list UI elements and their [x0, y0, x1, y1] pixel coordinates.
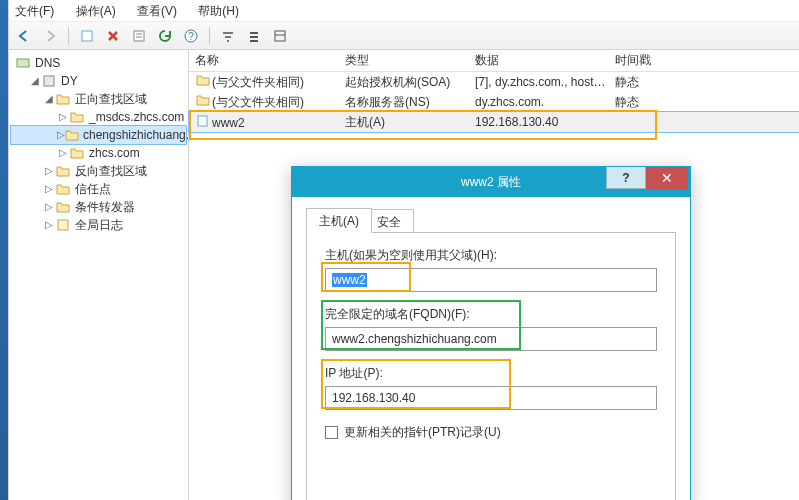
properties-icon[interactable] — [128, 25, 150, 47]
host-input[interactable]: www2 — [325, 268, 657, 292]
help-button[interactable]: ? — [606, 167, 646, 189]
separator — [68, 27, 69, 45]
close-button[interactable]: ✕ — [646, 167, 688, 189]
dns-icon — [15, 56, 31, 70]
host-group: 主机(如果为空则使用其父域)(H): www2 — [325, 247, 657, 292]
menu-file[interactable]: 文件(F) — [15, 4, 54, 18]
log-icon — [55, 218, 71, 232]
tabstrip: 主机(A) 安全 — [306, 207, 676, 233]
help-icon[interactable]: ? — [180, 25, 202, 47]
zone-icon — [65, 128, 79, 142]
tree-conditional-forwarders[interactable]: ▷ 条件转发器 — [11, 198, 186, 216]
dialog-title-text: www2 属性 — [461, 174, 521, 191]
dialog-titlebar[interactable]: www2 属性 ? ✕ — [292, 167, 690, 197]
expand-icon[interactable]: ▷ — [57, 108, 69, 126]
svg-rect-16 — [58, 220, 68, 230]
tree-label: 正向查找区域 — [75, 90, 147, 108]
tree-label: 条件转发器 — [75, 198, 135, 216]
properties-dialog: www2 属性 ? ✕ 主机(A) 安全 主机(如果为空则使用其父域)(H): … — [291, 166, 691, 500]
server-icon — [41, 74, 57, 88]
col-ttl[interactable]: 时间戳 — [609, 52, 799, 69]
ip-group: IP 地址(P): 192.168.130.40 — [325, 365, 657, 410]
record-icon — [195, 73, 211, 87]
tree-label: _msdcs.zhcs.com — [89, 108, 184, 126]
col-type[interactable]: 类型 — [339, 52, 469, 69]
refresh-icon[interactable] — [154, 25, 176, 47]
host-value: www2 — [332, 273, 367, 287]
ip-label: IP 地址(P): — [325, 365, 657, 382]
svg-rect-1 — [134, 31, 144, 41]
svg-rect-14 — [17, 59, 29, 67]
tree-zone-chengshi[interactable]: ▷ chengshizhichuang. — [11, 126, 186, 144]
fqdn-group: 完全限定的域名(FQDN)(F): www2.chengshizhichuang… — [325, 306, 657, 351]
cell-name: (与父文件夹相同) — [189, 93, 339, 111]
tree-label: DY — [61, 72, 78, 90]
svg-rect-6 — [223, 32, 233, 34]
fqdn-input[interactable]: www2.chengshizhichuang.com — [325, 327, 657, 351]
collapse-icon[interactable]: ◢ — [43, 90, 55, 108]
zone-icon — [69, 146, 85, 160]
menu-action[interactable]: 操作(A) — [76, 4, 116, 18]
folder-icon — [55, 200, 71, 214]
expand-icon[interactable]: ▷ — [43, 162, 55, 180]
cell-type: 起始授权机构(SOA) — [339, 74, 469, 91]
cell-ttl: 静态 — [609, 74, 799, 91]
list-icon[interactable] — [243, 25, 265, 47]
svg-rect-7 — [225, 36, 231, 38]
expand-icon[interactable]: ▷ — [57, 144, 69, 162]
dns-manager-window: 文件(F) 操作(A) 查看(V) 帮助(H) ? DNS ◢ DY — [8, 0, 799, 500]
cell-data: [7], dy.zhcs.com., hostm... — [469, 75, 609, 89]
ptr-checkbox-row[interactable]: 更新相关的指针(PTR)记录(U) — [325, 424, 657, 441]
tree-zone-zhcs[interactable]: ▷ zhcs.com — [11, 144, 186, 162]
ip-input[interactable]: 192.168.130.40 — [325, 386, 657, 410]
tree-forward-zones[interactable]: ◢ 正向查找区域 — [11, 90, 186, 108]
svg-rect-12 — [275, 31, 285, 41]
tree-server[interactable]: ◢ DY — [11, 72, 186, 90]
col-name[interactable]: 名称 — [189, 52, 339, 69]
filter-icon[interactable] — [217, 25, 239, 47]
tree-global-logs[interactable]: ▷ 全局日志 — [11, 216, 186, 234]
table-row[interactable]: www2主机(A)192.168.130.40 — [189, 112, 799, 132]
details-icon[interactable] — [269, 25, 291, 47]
tab-host[interactable]: 主机(A) — [306, 208, 372, 233]
record-icon — [195, 114, 211, 128]
cell-data: 192.168.130.40 — [469, 115, 609, 129]
ip-value: 192.168.130.40 — [332, 391, 415, 405]
tree-root-dns[interactable]: DNS — [11, 54, 186, 72]
rows-container: (与父文件夹相同)起始授权机构(SOA)[7], dy.zhcs.com., h… — [189, 72, 799, 132]
host-label: 主机(如果为空则使用其父域)(H): — [325, 247, 657, 264]
menu-help[interactable]: 帮助(H) — [198, 4, 239, 18]
cell-name: www2 — [189, 114, 339, 130]
record-icon — [195, 93, 211, 107]
tree-label: chengshizhichuang. — [83, 126, 189, 144]
expand-icon[interactable]: ▷ — [43, 180, 55, 198]
fqdn-label: 完全限定的域名(FQDN)(F): — [325, 306, 657, 323]
expand-icon[interactable]: ▷ — [43, 198, 55, 216]
collapse-icon[interactable]: ◢ — [29, 72, 41, 90]
new-icon[interactable] — [76, 25, 98, 47]
checkbox-icon[interactable] — [325, 426, 338, 439]
back-icon[interactable] — [13, 25, 35, 47]
folder-icon — [55, 92, 71, 106]
svg-rect-8 — [227, 40, 229, 42]
tree-label: 全局日志 — [75, 216, 123, 234]
cell-type: 名称服务器(NS) — [339, 94, 469, 111]
table-row[interactable]: (与父文件夹相同)起始授权机构(SOA)[7], dy.zhcs.com., h… — [189, 72, 799, 92]
expand-icon[interactable]: ▷ — [57, 126, 65, 144]
table-row[interactable]: (与父文件夹相同)名称服务器(NS)dy.zhcs.com.静态 — [189, 92, 799, 112]
tree-label: 反向查找区域 — [75, 162, 147, 180]
column-headers: 名称 类型 数据 时间戳 — [189, 50, 799, 72]
tree-trust-points[interactable]: ▷ 信任点 — [11, 180, 186, 198]
ptr-label: 更新相关的指针(PTR)记录(U) — [344, 424, 501, 441]
tree-pane[interactable]: DNS ◢ DY ◢ 正向查找区域 ▷ _msdcs.zhcs.com ▷ ch… — [9, 50, 189, 500]
delete-icon[interactable] — [102, 25, 124, 47]
menu-view[interactable]: 查看(V) — [137, 4, 177, 18]
tree-label: 信任点 — [75, 180, 111, 198]
col-data[interactable]: 数据 — [469, 52, 609, 69]
folder-icon — [55, 164, 71, 178]
dialog-body: 主机(A) 安全 主机(如果为空则使用其父域)(H): www2 完全限定的域名… — [292, 197, 690, 500]
tree-zone-msdcs[interactable]: ▷ _msdcs.zhcs.com — [11, 108, 186, 126]
menubar: 文件(F) 操作(A) 查看(V) 帮助(H) — [9, 0, 799, 22]
expand-icon[interactable]: ▷ — [43, 216, 55, 234]
tree-reverse-zones[interactable]: ▷ 反向查找区域 — [11, 162, 186, 180]
